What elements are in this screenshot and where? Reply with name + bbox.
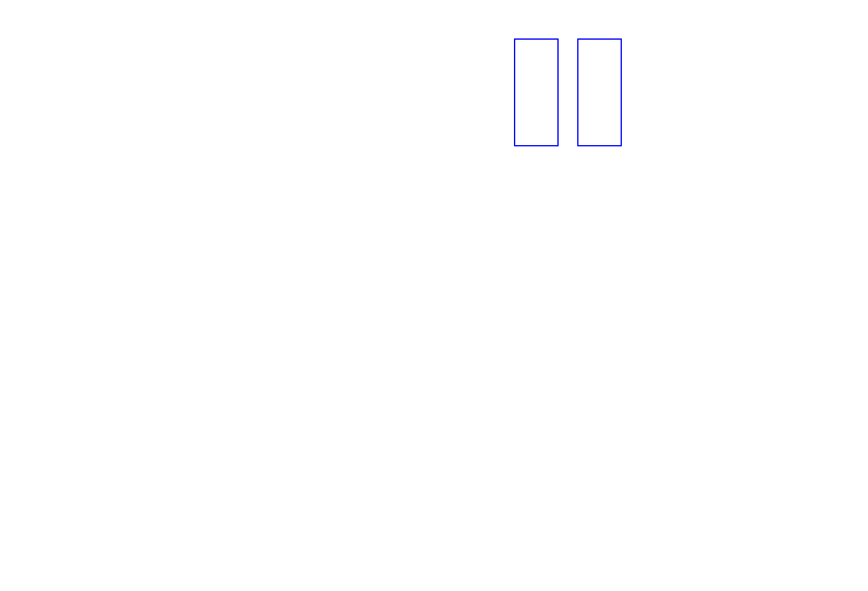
elixer-report-page	[0, 0, 868, 591]
withsky-image	[514, 38, 559, 146]
fiber-positions-plot	[27, 327, 148, 434]
line-fit-plot	[626, 26, 840, 147]
clean-image	[577, 38, 622, 146]
full-spectrum-plot	[53, 162, 815, 287]
hsc-cutout-plot	[257, 327, 377, 434]
lineflux-map-plot	[142, 327, 262, 434]
summary-header	[33, 4, 79, 13]
